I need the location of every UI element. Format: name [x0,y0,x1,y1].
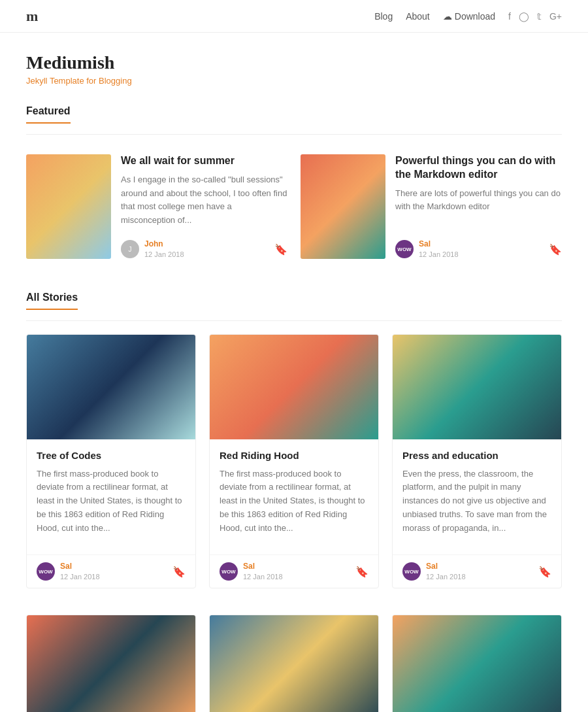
bookmark-icon[interactable]: 🔖 [274,243,287,256]
story-card-content: Tree of Codes The first mass-produced bo… [27,439,195,554]
story-card: Strange Adventures of a Pebble I've been… [26,615,196,712]
story-card: Press and education Even the press, the … [392,334,562,588]
featured-card-content: Powerful things you can do with the Mark… [395,154,562,259]
story-card: Is Intelligence Enough Education must al… [209,615,379,712]
site-logo[interactable]: m [26,8,38,25]
featured-card: Powerful things you can do with the Mark… [301,148,562,265]
author-date: 12 Jan 2018 [426,573,466,581]
author-info: WOW Sal 12 Jan 2018 [402,562,466,581]
author-date: 12 Jan 2018 [419,250,459,258]
story-card-image [27,335,195,439]
author-details: Sal 12 Jan 2018 [243,562,283,581]
story-card-image [27,615,195,712]
section-divider [26,320,562,321]
story-excerpt: The first mass-produced book to deviate … [37,467,186,535]
author-date: 12 Jan 2018 [243,573,283,581]
story-title[interactable]: Red Riding Hood [220,449,368,462]
story-card-content: Press and education Even the press, the … [393,439,561,554]
story-card-image [210,335,378,439]
story-excerpt: Even the press, the classroom, the platf… [402,467,551,535]
author-name[interactable]: Sal [243,562,283,571]
story-card: Red Riding Hood The first mass-produced … [209,334,379,588]
avatar: J [121,240,139,258]
story-card-content: Red Riding Hood The first mass-produced … [210,439,378,554]
author-name[interactable]: John [144,239,184,248]
featured-card-content: We all wait for summer As I engage in th… [121,154,287,259]
story-card-image [210,615,378,712]
featured-card-image [26,154,111,259]
nav-download[interactable]: ☁ Download [443,11,495,22]
author-date: 12 Jan 2018 [60,573,100,581]
story-card-image [393,615,561,712]
author-info: WOW Sal 12 Jan 2018 [37,562,100,581]
site-subtitle: Jekyll Template for Blogging [26,76,562,86]
download-icon: ☁ [443,11,452,22]
author-info: WOW Sal 12 Jan 2018 [220,562,283,581]
story-card: Markdown Example You'll find this post i… [392,615,562,712]
author-details: John 12 Jan 2018 [144,239,184,259]
featured-card-meta: J John 12 Jan 2018 🔖 [121,239,287,259]
main-content: Mediumish Jekyll Template for Blogging F… [13,33,575,712]
author-details: Sal 12 Jan 2018 [60,562,100,581]
facebook-icon[interactable]: f [508,11,511,22]
site-title: Mediumish [26,52,562,73]
featured-card-excerpt: There are lots of powerful things you ca… [395,187,562,214]
bookmark-icon[interactable]: 🔖 [549,243,562,256]
featured-card: We all wait for summer As I engage in th… [26,148,287,265]
header-nav: Blog About ☁ Download f ◯ 𝕥 G+ [374,11,562,22]
author-name[interactable]: Sal [60,562,100,571]
featured-section: Featured We all wait for summer As I eng… [26,105,562,265]
nav-blog[interactable]: Blog [374,11,393,22]
featured-grid: We all wait for summer As I engage in th… [26,148,562,265]
story-excerpt: The first mass-produced book to deviate … [220,467,368,535]
social-icons: f ◯ 𝕥 G+ [508,11,562,22]
author-name[interactable]: Sal [419,239,459,248]
author-details: Sal 12 Jan 2018 [426,562,466,581]
twitter-icon[interactable]: 𝕥 [537,11,542,22]
featured-label: Featured [26,105,71,124]
featured-card-title[interactable]: Powerful things you can do with the Mark… [395,154,562,182]
googleplus-icon[interactable]: G+ [549,11,562,22]
story-meta: WOW Sal 12 Jan 2018 🔖 [210,554,378,588]
featured-card-excerpt: As I engage in the so-called "bull sessi… [121,173,287,228]
nav-about[interactable]: About [406,11,430,22]
stories-grid: Tree of Codes The first mass-produced bo… [26,334,562,712]
story-card-image [393,335,561,439]
bookmark-icon[interactable]: 🔖 [172,566,186,578]
avatar: WOW [395,240,414,258]
section-divider [26,134,562,135]
avatar: WOW [220,562,238,581]
author-date: 12 Jan 2018 [144,250,184,258]
avatar: WOW [37,562,55,581]
featured-card-title[interactable]: We all wait for summer [121,154,287,168]
story-title[interactable]: Press and education [402,449,551,462]
story-meta: WOW Sal 12 Jan 2018 🔖 [27,554,195,588]
stories-section: All Stories Tree of Codes The first mass… [26,292,562,712]
stories-label: All Stories [26,292,78,310]
circle-icon[interactable]: ◯ [519,11,529,22]
author-info: WOW Sal 12 Jan 2018 [395,239,459,259]
story-title[interactable]: Tree of Codes [37,449,186,462]
story-meta: WOW Sal 12 Jan 2018 🔖 [393,554,561,588]
author-name[interactable]: Sal [426,562,466,571]
bookmark-icon[interactable]: 🔖 [355,566,368,578]
story-card: Tree of Codes The first mass-produced bo… [26,334,196,588]
header: m Blog About ☁ Download f ◯ 𝕥 G+ [0,0,588,33]
author-details: Sal 12 Jan 2018 [419,239,459,259]
featured-card-meta: WOW Sal 12 Jan 2018 🔖 [395,239,562,259]
avatar: WOW [402,562,421,581]
bookmark-icon[interactable]: 🔖 [538,566,551,578]
author-info: J John 12 Jan 2018 [121,239,184,259]
featured-card-image [301,154,385,259]
